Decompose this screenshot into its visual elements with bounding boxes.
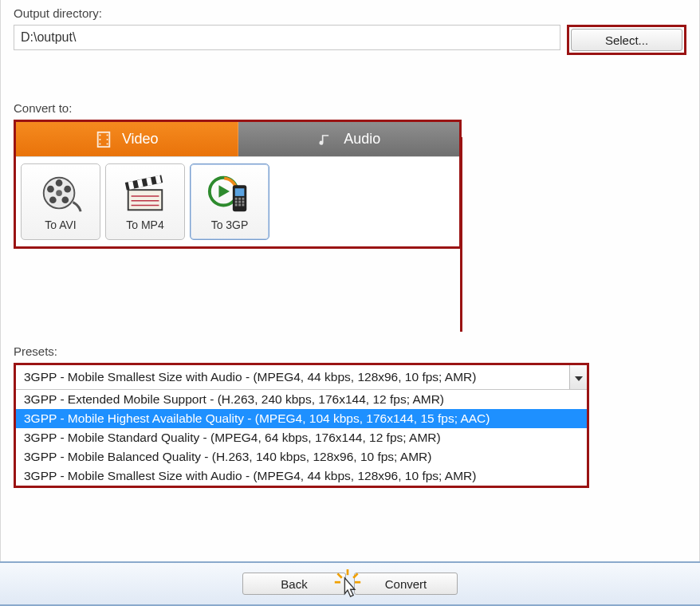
tab-audio[interactable]: Audio [238,122,460,156]
format-button-avi[interactable]: To AVI [21,163,100,240]
svg-rect-33 [235,204,238,207]
svg-point-8 [56,190,62,196]
svg-point-1 [99,134,100,136]
music-note-icon [317,131,334,148]
format-category-tabs: Video Audio [16,122,459,157]
svg-rect-26 [235,188,245,196]
preset-option[interactable]: 3GPP - Mobile Standard Quality - (MPEG4,… [16,428,587,447]
svg-point-13 [47,186,54,193]
svg-point-4 [106,134,108,136]
svg-marker-36 [575,376,583,381]
format-button-3gp-label: To 3GP [211,218,249,231]
annotation-connector-line [460,137,462,332]
svg-rect-28 [238,198,241,200]
svg-point-12 [49,196,57,203]
svg-rect-34 [238,204,241,207]
svg-rect-29 [242,198,244,200]
presets-dropdown-button[interactable] [569,365,587,389]
presets-selected-value: 3GPP - Mobile Smallest Size with Audio -… [16,365,569,389]
format-button-mp4[interactable]: To MP4 [105,163,185,240]
select-button-annotation: Select... [567,25,686,55]
chevron-down-icon [575,371,583,384]
preset-option[interactable]: 3GPP - Mobile Balanced Quality - (H.263,… [16,447,587,466]
svg-rect-31 [238,201,241,203]
tab-audio-label: Audio [344,131,380,148]
tab-video-label: Video [122,131,159,148]
svg-rect-32 [242,201,244,203]
presets-dropdown-list: 3GPP - Extended Mobile Support - (H.263,… [16,390,587,486]
format-button-avi-label: To AVI [45,218,76,231]
clapperboard-icon [122,174,168,214]
presets-panel-annotation: 3GPP - Mobile Smallest Size with Audio -… [14,363,589,488]
svg-point-5 [106,138,108,140]
phone-media-icon [206,174,253,214]
film-reel-icon [37,174,84,214]
output-directory-input[interactable] [14,25,560,50]
svg-point-2 [99,138,100,140]
svg-point-6 [106,143,108,144]
convert-button[interactable]: Convert [354,573,458,595]
tab-video[interactable]: Video [16,122,238,156]
output-directory-label: Output directory: [14,6,686,20]
filmstrip-icon [95,131,112,148]
format-buttons-row: To AVI [16,157,459,246]
back-button[interactable]: Back [242,573,346,595]
preset-option[interactable]: 3GPP - Mobile Highest Available Quality … [16,409,587,428]
svg-point-9 [56,179,63,187]
convert-panel-annotation: Video Audio [14,120,462,249]
format-button-3gp[interactable]: To 3GP [190,163,269,240]
svg-rect-30 [235,201,238,203]
select-directory-button[interactable]: Select... [571,29,682,51]
format-button-mp4-label: To MP4 [126,218,163,231]
svg-marker-24 [218,185,230,197]
presets-combobox[interactable]: 3GPP - Mobile Smallest Size with Audio -… [16,365,587,390]
svg-rect-27 [235,198,238,200]
preset-option[interactable]: 3GPP - Extended Mobile Support - (H.263,… [16,390,587,409]
svg-point-10 [64,186,71,193]
preset-option[interactable]: 3GPP - Mobile Smallest Size with Audio -… [16,466,587,486]
presets-label: Presets: [14,344,686,358]
svg-point-11 [61,196,69,203]
wizard-footer: Back Convert [0,561,700,606]
svg-point-3 [99,143,100,144]
svg-rect-35 [242,204,244,207]
convert-to-label: Convert to: [14,101,686,115]
svg-rect-14 [128,190,163,210]
